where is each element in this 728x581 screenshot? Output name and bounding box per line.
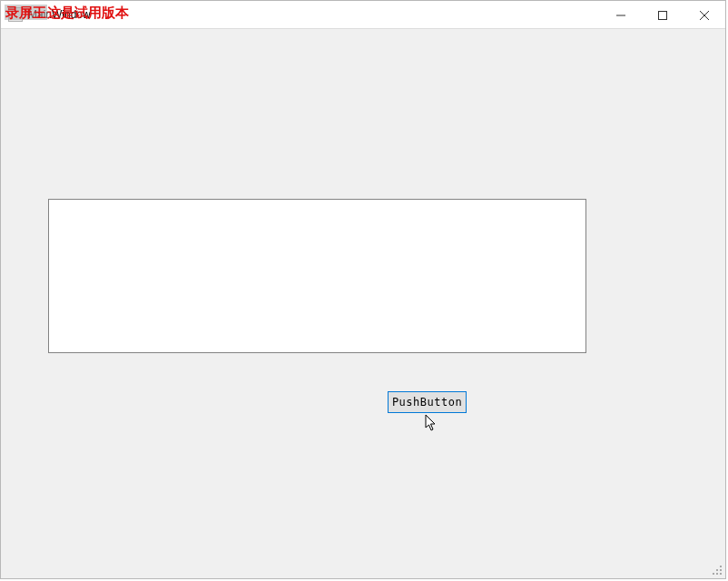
resize-grip[interactable]	[711, 564, 723, 576]
titlebar[interactable]: MainWindow 录屏王这是试用版本	[1, 1, 725, 29]
app-icon	[8, 7, 23, 22]
push-button-label: PushButton	[392, 396, 462, 409]
main-window: MainWindow 录屏王这是试用版本 PushButton	[0, 0, 726, 579]
cursor-icon	[425, 414, 438, 436]
svg-point-6	[720, 569, 722, 571]
close-button[interactable]	[684, 1, 725, 29]
close-icon	[700, 11, 709, 20]
push-button[interactable]: PushButton	[388, 391, 467, 413]
svg-point-9	[720, 573, 722, 575]
window-title: MainWindow	[28, 8, 91, 21]
minimize-icon	[616, 11, 625, 20]
svg-point-5	[716, 569, 718, 571]
svg-point-7	[713, 573, 714, 575]
title-wrap: MainWindow	[1, 1, 91, 28]
svg-rect-1	[659, 11, 667, 19]
maximize-icon	[658, 11, 667, 20]
minimize-button[interactable]	[600, 1, 642, 29]
client-area: PushButton	[1, 29, 725, 578]
resize-grip-icon	[711, 564, 723, 576]
text-input[interactable]	[48, 199, 586, 353]
svg-point-8	[716, 573, 718, 575]
window-controls	[600, 1, 725, 29]
maximize-button[interactable]	[642, 1, 684, 29]
svg-point-4	[720, 566, 722, 567]
